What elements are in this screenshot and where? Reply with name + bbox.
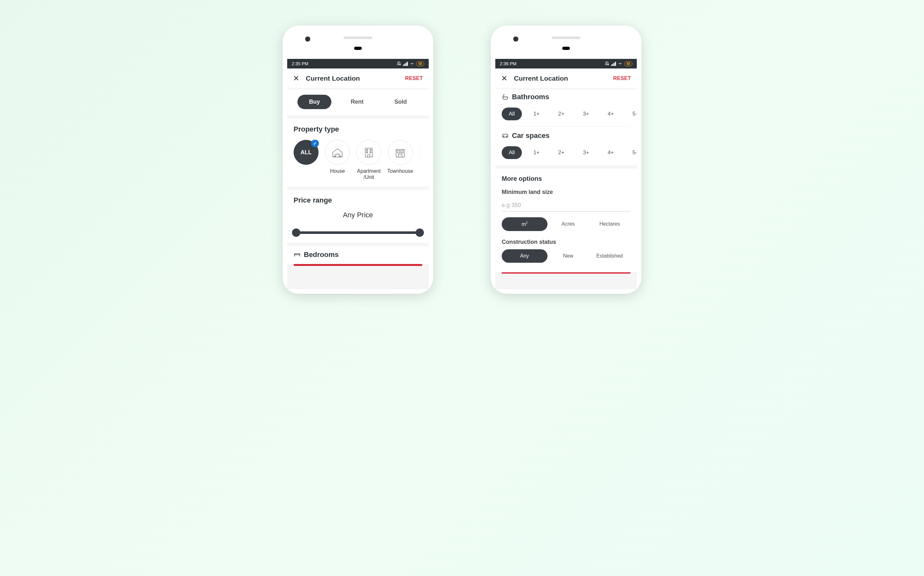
- land-size-label: Minimum land size: [502, 189, 630, 195]
- car-all[interactable]: All: [502, 146, 522, 159]
- phone-sensor: [562, 47, 570, 50]
- signal-icon: [611, 62, 616, 66]
- construction-any[interactable]: Any: [502, 249, 548, 263]
- status-bar: 2:36 PM 88: [495, 59, 637, 69]
- property-type-more[interactable]: [419, 140, 422, 180]
- page-title: Current Location: [514, 75, 613, 82]
- svg-rect-6: [370, 152, 372, 153]
- tab-rent[interactable]: Rent: [339, 95, 375, 109]
- screen-1: 2:35 PM 88 ✕ Current Location RESET Buy …: [287, 59, 429, 289]
- battery-indicator: 88: [416, 61, 424, 66]
- mute-icon: [397, 61, 401, 66]
- check-icon: ✓: [311, 140, 319, 147]
- reset-button[interactable]: RESET: [405, 75, 423, 81]
- construction-established[interactable]: Established: [589, 249, 630, 263]
- mute-icon: [605, 61, 609, 66]
- land-size-input[interactable]: [502, 199, 630, 211]
- close-icon[interactable]: ✕: [501, 75, 508, 82]
- house-icon: [330, 145, 344, 159]
- svg-rect-3: [367, 149, 368, 151]
- property-type-townhouse[interactable]: Townhouse: [388, 140, 413, 180]
- price-range-section: Price range Any Price: [287, 190, 429, 243]
- slider-track: [296, 231, 420, 234]
- battery-indicator: 88: [625, 61, 633, 66]
- svg-point-13: [506, 136, 507, 137]
- status-icons: 88: [605, 61, 633, 66]
- property-type-house-label: House: [330, 168, 345, 174]
- property-type-townhouse-label: Townhouse: [388, 168, 413, 174]
- bed-icon: [294, 251, 301, 258]
- svg-point-12: [504, 136, 504, 137]
- app-header: ✕ Current Location RESET: [495, 69, 637, 88]
- car-5plus[interactable]: 5+: [625, 146, 637, 159]
- townhouse-icon: [393, 145, 407, 159]
- bathrooms-3plus[interactable]: 3+: [576, 107, 596, 120]
- bathrooms-1plus[interactable]: 1+: [526, 107, 546, 120]
- close-icon[interactable]: ✕: [293, 75, 299, 82]
- svg-rect-7: [368, 155, 370, 157]
- bathrooms-title: Bathrooms: [512, 93, 549, 101]
- car-2plus[interactable]: 2+: [551, 146, 571, 159]
- construction-label: Construction status: [502, 239, 630, 245]
- unit-hectares[interactable]: Hectares: [589, 217, 630, 231]
- car-3plus[interactable]: 3+: [576, 146, 596, 159]
- bathrooms-all[interactable]: All: [502, 107, 522, 120]
- bedrooms-section: Bedrooms: [287, 246, 429, 264]
- wifi-icon: [618, 61, 622, 66]
- svg-point-0: [334, 156, 335, 157]
- svg-rect-5: [367, 152, 368, 153]
- car-spaces-title: Car spaces: [512, 131, 549, 140]
- phone-speaker: [552, 37, 580, 39]
- bathrooms-4plus[interactable]: 4+: [601, 107, 621, 120]
- unit-acres[interactable]: Acres: [548, 217, 589, 231]
- slider-handle-min[interactable]: [292, 229, 300, 237]
- bath-icon: [502, 93, 509, 101]
- apartment-icon: [362, 145, 376, 159]
- svg-point-1: [340, 156, 341, 157]
- svg-rect-11: [399, 154, 402, 157]
- svg-rect-9: [397, 151, 400, 153]
- property-type-house[interactable]: House: [325, 140, 350, 180]
- property-type-apartment-label: Apartment /Unit: [356, 168, 381, 180]
- property-type-section: Property type ALL ✓ House: [287, 119, 429, 187]
- property-type-title: Property type: [294, 125, 422, 133]
- bathrooms-2plus[interactable]: 2+: [551, 107, 571, 120]
- status-time: 2:35 PM: [291, 61, 308, 66]
- bathrooms-section: Bathrooms All 1+ 2+ 3+ 4+ 5+: [495, 88, 637, 130]
- car-spaces-section: Car spaces All 1+ 2+ 3+ 4+ 5+: [495, 130, 637, 165]
- phone-mockup-1: 2:35 PM 88 ✕ Current Location RESET Buy …: [283, 26, 433, 294]
- more-options-title: More options: [502, 175, 630, 182]
- signal-icon: [403, 62, 408, 66]
- svg-rect-10: [401, 151, 403, 153]
- reset-button[interactable]: RESET: [613, 75, 631, 81]
- status-icons: 88: [397, 61, 424, 66]
- car-icon: [502, 132, 509, 139]
- phone-speaker: [344, 37, 372, 39]
- screen-2: 2:36 PM 88 ✕ Current Location RESET Bath…: [495, 59, 637, 289]
- bedrooms-title: Bedrooms: [304, 251, 339, 259]
- more-options-section: More options Minimum land size m2 Acres …: [495, 169, 637, 272]
- bathrooms-5plus[interactable]: 5+: [625, 107, 637, 120]
- price-range-title: Price range: [294, 196, 422, 205]
- action-bar-peek[interactable]: [502, 272, 630, 274]
- wifi-icon: [410, 61, 414, 66]
- car-1plus[interactable]: 1+: [526, 146, 546, 159]
- price-slider[interactable]: [296, 229, 420, 237]
- tab-buy[interactable]: Buy: [298, 95, 331, 109]
- page-title: Current Location: [306, 75, 405, 82]
- unit-m2[interactable]: m2: [502, 217, 548, 231]
- car-4plus[interactable]: 4+: [601, 146, 621, 159]
- phone-sensor: [354, 47, 362, 50]
- tab-sold[interactable]: Sold: [383, 95, 418, 109]
- property-type-all[interactable]: ALL ✓: [294, 140, 319, 180]
- construction-new[interactable]: New: [548, 249, 589, 263]
- svg-rect-4: [370, 149, 372, 151]
- property-type-apartment[interactable]: Apartment /Unit: [356, 140, 381, 180]
- slider-handle-max[interactable]: [416, 229, 424, 237]
- phone-mockup-2: 2:36 PM 88 ✕ Current Location RESET Bath…: [491, 26, 641, 294]
- property-type-all-label: ALL: [301, 149, 312, 156]
- action-bar-peek[interactable]: [294, 264, 422, 266]
- status-time: 2:36 PM: [500, 61, 516, 66]
- app-header: ✕ Current Location RESET: [287, 69, 429, 88]
- status-bar: 2:35 PM 88: [287, 59, 429, 69]
